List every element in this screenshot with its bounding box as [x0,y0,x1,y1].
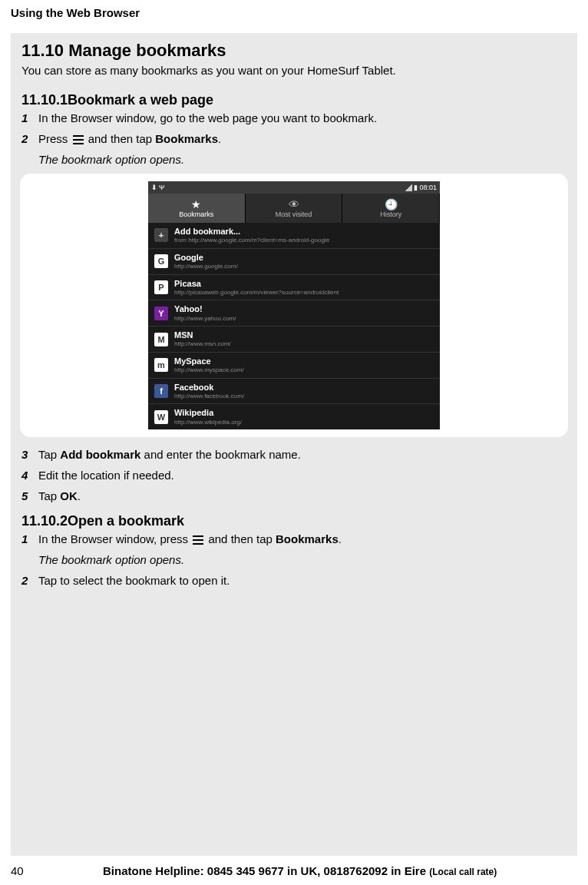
bookmark-title: Add bookmark... [174,227,434,237]
text-fragment: In the Browser window, press [38,532,191,545]
section-number: 11.10 [21,41,64,60]
text-fragment: . [78,489,81,502]
screenshot-card: ⬇ Ψ ▮ 08:01 ★ Bookmarks 👁 Most visited [20,174,568,437]
step: 2 Press and then tap Bookmarks. [21,132,567,145]
content-area: 11.10 Manage bookmarks You can store as … [11,33,577,856]
step-text: Tap Add bookmark and enter the bookmark … [38,448,567,461]
helpline-text: Binatone Helpline: 0845 345 9677 in UK, … [103,864,497,877]
text-bold: Add bookmark [60,448,140,461]
bookmark-url: http://www.facebook.com/ [174,393,434,400]
text-fragment: . [339,532,342,545]
step-text: Press and then tap Bookmarks. [38,132,567,145]
section-heading: 11.10 Manage bookmarks [21,41,567,61]
text-bold: Bookmarks [155,132,218,145]
bookmark-url: http://picasaweb.google.com/m/viewer?sou… [174,289,434,297]
clock-icon: 🕘 [385,199,398,210]
step-number: 1 [21,532,38,545]
subsection-2-heading: 11.10.2Open a bookmark [21,513,567,529]
tab-bookmarks[interactable]: ★ Bookmarks [148,194,246,223]
helpline-main: Binatone Helpline: 0845 345 9677 in UK, … [103,864,429,877]
status-bar: ⬇ Ψ ▮ 08:01 [148,181,440,194]
bookmark-title: Facebook [174,383,434,393]
favicon: m [154,358,168,372]
add-bookmark-row[interactable]: + Add bookmark... from http://www.google… [148,223,440,249]
bookmark-url: http://www.yahoo.com/ [174,315,434,323]
bookmark-item[interactable]: G Google http://www.google.com/ [148,249,440,275]
status-left: ⬇ Ψ [151,184,165,191]
android-frame: ⬇ Ψ ▮ 08:01 ★ Bookmarks 👁 Most visited [148,181,440,429]
tab-label: History [380,210,401,218]
favicon: P [154,280,168,294]
bookmark-item[interactable]: m MySpace http://www.myspace.com/ [148,353,440,379]
tab-label: Bookmarks [179,210,213,218]
text-fragment: . [218,132,221,145]
text-bold: OK [60,489,78,502]
step-text: In the Browser window, press and then ta… [38,532,567,545]
subsection-1-heading: 11.10.1Bookmark a web page [21,92,567,108]
step-number: 1 [21,111,38,124]
eye-icon: 👁 [289,199,299,210]
bookmark-url: http://www.myspace.com/ [174,366,434,374]
bookmark-url: http://www.google.com/ [174,263,434,270]
bookmark-item[interactable]: f Facebook http://www.facebook.com/ [148,379,440,405]
download-icon: ⬇ [151,184,157,191]
bookmark-title: Picasa [174,279,434,289]
bookmark-item[interactable]: W Wikipedia http://www.wikipedia.org/ [148,404,440,429]
step-text: Edit the location if needed. [38,469,567,482]
favicon: G [154,254,168,268]
bookmark-url: http://www.wikipedia.org/ [174,419,434,426]
bookmark-url: http://www.msn.com/ [174,340,434,348]
step-text: In the Browser window, go to the web pag… [38,111,567,124]
favicon: M [154,333,168,346]
result-text: The bookmark option opens. [38,553,567,566]
bookmark-item[interactable]: M MSN http://www.msn.com/ [148,326,440,353]
text-fragment: Tap [38,489,60,502]
step-number: 4 [21,469,38,482]
step-text: Tap to select the bookmark to open it. [38,574,567,587]
plus-icon: + [154,228,168,242]
clock: 08:01 [419,184,437,191]
text-fragment: and then tap [88,132,156,145]
page-footer: 40 Binatone Helpline: 0845 345 9677 in U… [11,864,577,877]
usb-icon: Ψ [159,184,165,191]
menu-icon [193,535,203,545]
text-fragment: Press [38,132,71,145]
menu-icon [73,135,84,144]
browser-tabs: ★ Bookmarks 👁 Most visited 🕘 History [148,194,440,223]
bookmark-item[interactable]: P Picasa http://picasaweb.google.com/m/v… [148,275,440,301]
step: 3 Tap Add bookmark and enter the bookmar… [21,448,567,461]
subsection-2-title: Open a bookmark [68,513,184,529]
text-fragment: and then tap [208,532,276,545]
step: 5 Tap OK. [21,489,567,502]
battery-icon: ▮ [414,184,418,191]
step-number: 5 [21,489,38,502]
bookmark-title: Wikipedia [174,408,434,418]
favicon: Y [154,307,168,320]
signal-icon [405,184,412,191]
step: 4 Edit the location if needed. [21,469,567,482]
bookmark-title: Yahoo! [174,304,434,314]
favicon: W [154,410,168,424]
text-fragment: Tap [38,448,60,461]
step-number: 3 [21,448,38,461]
tab-history[interactable]: 🕘 History [342,194,440,223]
subsection-1-title: Bookmark a web page [68,92,213,108]
bookmark-list: + Add bookmark... from http://www.google… [148,223,440,429]
tab-label: Most visited [276,210,312,218]
section-intro: You can store as many bookmarks as you w… [21,64,567,77]
bookmark-item[interactable]: Y Yahoo! http://www.yahoo.com/ [148,300,440,326]
step: 1 In the Browser window, press and then … [21,532,567,545]
step-text: Tap OK. [38,489,567,502]
bookmark-title: MSN [174,330,434,340]
running-header: Using the Web Browser [0,0,588,19]
text-fragment: and enter the bookmark name. [140,448,300,461]
bookmark-title: Google [174,253,434,263]
bookmark-title: MySpace [174,356,434,366]
step: 1 In the Browser window, go to the web p… [21,111,567,124]
step: 2 Tap to select the bookmark to open it. [21,574,567,587]
result-text: The bookmark option opens. [38,153,567,166]
status-right: ▮ 08:01 [405,184,437,191]
tab-most-visited[interactable]: 👁 Most visited [246,194,343,223]
subsection-1-number: 11.10.1 [21,92,68,108]
subsection-2-number: 11.10.2 [21,513,68,529]
